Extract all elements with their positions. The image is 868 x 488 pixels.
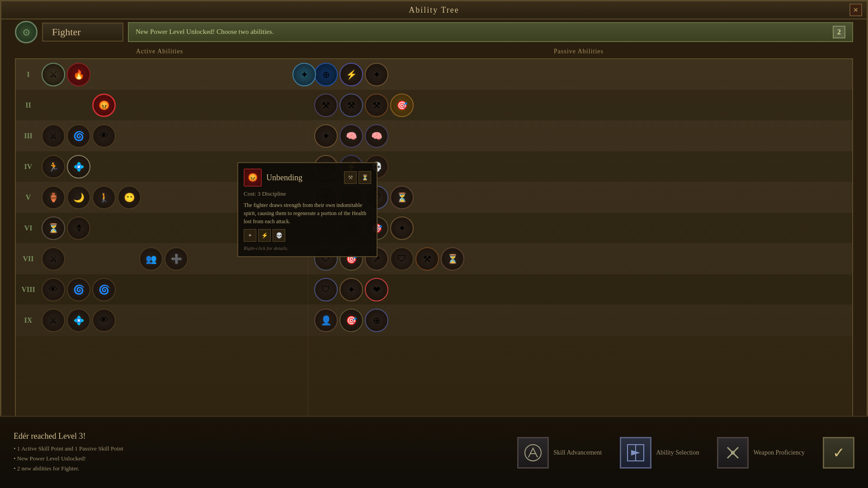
notification-text: New Power Level Unlocked! Choose two abi… bbox=[136, 28, 274, 36]
tooltip-bottom-icons: ✦ ⚡ 💀 bbox=[244, 229, 371, 242]
passive-abilities-header: Passive Abilities bbox=[304, 48, 853, 55]
ability-icon[interactable]: 👁 bbox=[92, 309, 116, 332]
tab-confirm[interactable]: ✓ bbox=[823, 437, 854, 469]
row3-passive: ✦ 🧠 🧠 bbox=[314, 124, 388, 148]
row-label-1: I bbox=[16, 70, 41, 79]
ability-icon[interactable]: ⚔ bbox=[42, 124, 65, 148]
row7-slot1: ⚔ bbox=[41, 247, 66, 271]
tab-ability-selection[interactable]: Ability Selection bbox=[620, 437, 699, 469]
ability-icon[interactable]: 🌀 bbox=[92, 278, 116, 301]
active-abilities-header: Active Abilities bbox=[15, 48, 304, 55]
ability-icon[interactable]: ⏳ bbox=[390, 186, 414, 209]
level-info: Edér reached Level 3! • 1 Active Skill P… bbox=[14, 432, 499, 474]
ability-icon[interactable]: ✦ bbox=[314, 124, 338, 148]
row-8: VIII 👁 🌀 🌀 🛡 ✦ ❤ bbox=[16, 274, 852, 305]
row6-slot2: 🗡 bbox=[66, 216, 91, 240]
ability-icon[interactable]: ⚒ bbox=[314, 94, 338, 117]
title-bar: Ability Tree ✕ bbox=[1, 1, 867, 19]
row5-slot4: 😶 bbox=[117, 186, 142, 209]
ability-tree-area: ✦ I ⚔ 🔥 ⊕ ⚡ ✦ II bbox=[15, 58, 853, 446]
ability-selection-label: Ability Selection bbox=[656, 449, 699, 456]
character-name-box: Fighter bbox=[42, 23, 123, 42]
row-label-8: VIII bbox=[16, 286, 41, 294]
bottom-panel: Edér reached Level 3! • 1 Active Skill P… bbox=[0, 416, 868, 488]
level-bullets: • 1 Active Skill Point and 1 Passive Ski… bbox=[14, 444, 499, 474]
row-9: IX ⚔ 💠 👁 👤 🎯 ⊕ bbox=[16, 305, 852, 336]
ability-icon[interactable]: 🌀 bbox=[67, 278, 90, 301]
row5-slot3: 🚶 bbox=[91, 186, 117, 209]
tooltip-header: 😡 Unbending ⚒ ⏳ bbox=[244, 169, 371, 187]
ability-icon[interactable]: ⚒ bbox=[415, 247, 439, 271]
ability-icon[interactable]: ⚒ bbox=[340, 94, 363, 117]
ability-icon[interactable]: ⚔ bbox=[42, 247, 65, 271]
row4-slot1: 🏃 bbox=[41, 155, 66, 178]
ability-icon[interactable]: ⊕ bbox=[314, 63, 338, 86]
ability-icon[interactable]: 💠 bbox=[67, 155, 90, 178]
row2-passive: ⚒ ⚒ ⚒ 🎯 bbox=[314, 94, 414, 117]
confirm-icon: ✓ bbox=[823, 437, 854, 469]
row1-slot1: ⚔ bbox=[41, 63, 66, 86]
bullet-3: • 2 new abilities for Fighter. bbox=[14, 464, 499, 474]
ability-icon[interactable]: ✦ bbox=[365, 63, 388, 86]
ability-icon[interactable]: ⊕ bbox=[365, 309, 388, 332]
ability-icon[interactable]: 👁 bbox=[92, 124, 116, 148]
ability-icon-unbending[interactable]: 😡 bbox=[92, 94, 116, 117]
row3-slot2: 🌀 bbox=[66, 124, 91, 148]
center-node-icon[interactable]: ✦ bbox=[292, 63, 316, 86]
row-label-3: III bbox=[16, 132, 41, 140]
row3-slot1: ⚔ bbox=[41, 124, 66, 148]
ability-icon[interactable]: 💠 bbox=[67, 309, 90, 332]
column-headers: Active Abilities Passive Abilities bbox=[15, 45, 853, 58]
ability-icon[interactable]: ➕ bbox=[165, 247, 188, 271]
level-title: Edér reached Level 3! bbox=[14, 432, 499, 441]
top-center-node[interactable]: ✦ bbox=[292, 63, 316, 86]
window-title: Ability Tree bbox=[409, 5, 459, 15]
ability-icon[interactable]: 🎯 bbox=[340, 309, 363, 332]
ability-icon[interactable]: 🏃 bbox=[42, 155, 65, 178]
notification-bar: New Power Level Unlocked! Choose two abi… bbox=[128, 22, 853, 42]
skill-advancement-label: Skill Advancement bbox=[553, 449, 602, 456]
ability-icon[interactable]: 🌀 bbox=[67, 124, 90, 148]
ability-icon[interactable]: 👥 bbox=[139, 247, 163, 271]
ability-icon[interactable]: 🏺 bbox=[42, 186, 65, 209]
row9-slot1: ⚔ bbox=[41, 309, 66, 332]
ability-icon[interactable]: ⚒ bbox=[365, 94, 388, 117]
ability-icon[interactable]: 🗡 bbox=[67, 216, 90, 240]
character-name: Fighter bbox=[52, 26, 81, 38]
ability-icon[interactable]: 🔥 bbox=[67, 63, 90, 86]
tab-skill-advancement[interactable]: Skill Advancement bbox=[517, 437, 602, 469]
row5-slot1: 🏺 bbox=[41, 186, 66, 209]
tooltip-bottom-icon-3: 💀 bbox=[273, 229, 285, 242]
ability-icon[interactable]: 👤 bbox=[314, 309, 338, 332]
ability-icon[interactable]: 🚶 bbox=[92, 186, 116, 209]
weapon-proficiency-label: Weapon Proficiency bbox=[753, 449, 805, 456]
ability-icon[interactable]: ❤ bbox=[365, 278, 388, 301]
row-label-2: II bbox=[16, 101, 41, 109]
ability-icon[interactable]: 😶 bbox=[118, 186, 141, 209]
tab-weapon-proficiency[interactable]: Weapon Proficiency bbox=[717, 437, 805, 469]
ability-icon[interactable]: ✦ bbox=[390, 216, 414, 240]
ability-icon[interactable]: ⚡ bbox=[340, 63, 363, 86]
row6-slot1: ⏳ bbox=[41, 216, 66, 240]
ability-icon[interactable]: 🧠 bbox=[365, 124, 388, 148]
ability-icon[interactable]: ⚔ bbox=[42, 309, 65, 332]
ability-icon[interactable]: 🛡 bbox=[314, 278, 338, 301]
close-button[interactable]: ✕ bbox=[849, 4, 862, 16]
row1-passive: ⊕ ⚡ ✦ bbox=[314, 63, 388, 86]
row-3: III ⚔ 🌀 👁 ✦ 🧠 🧠 bbox=[16, 121, 852, 151]
ability-icon[interactable]: 🛡 bbox=[390, 247, 414, 271]
ability-icon[interactable]: ⏳ bbox=[441, 247, 464, 271]
ability-icon[interactable]: 🧠 bbox=[340, 124, 363, 148]
tooltip-icon-1: ⚒ bbox=[344, 171, 357, 184]
ability-icon[interactable]: ✦ bbox=[340, 278, 363, 301]
ability-icon[interactable]: 👁 bbox=[42, 278, 65, 301]
ability-icon[interactable]: 🌙 bbox=[67, 186, 90, 209]
tooltip-ability-icon: 😡 bbox=[244, 169, 262, 187]
row-1: I ⚔ 🔥 ⊕ ⚡ ✦ bbox=[16, 59, 852, 90]
character-header: ⊙ Fighter New Power Level Unlocked! Choo… bbox=[15, 19, 853, 44]
ability-icon[interactable]: 🎯 bbox=[390, 94, 414, 117]
row-4: IV 🏃 💠 ✦ ⚡ 💀 bbox=[16, 151, 852, 182]
row3-slot3: 👁 bbox=[91, 124, 117, 148]
ability-icon[interactable]: ⚔ bbox=[42, 63, 65, 86]
ability-icon[interactable]: ⏳ bbox=[42, 216, 65, 240]
